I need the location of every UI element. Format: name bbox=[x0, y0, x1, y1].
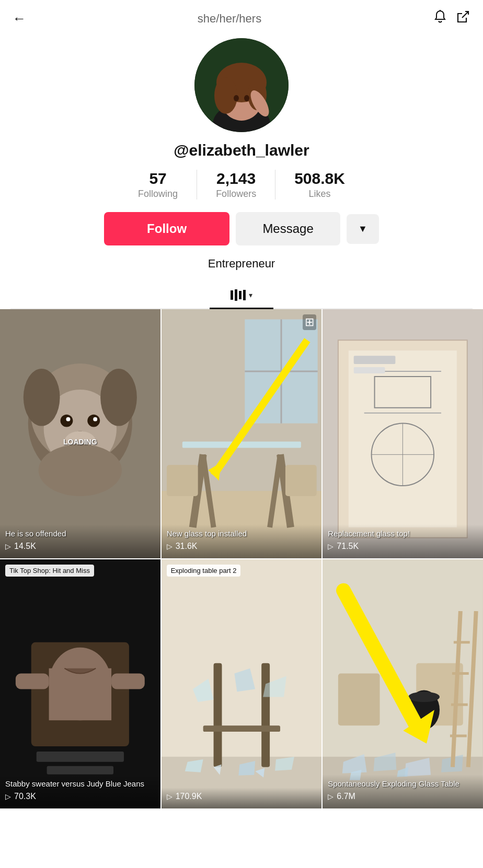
video-thumb-4[interactable]: Tik Top Shop: Hit and Miss Stabby sweate… bbox=[0, 559, 160, 808]
profile-section: @elizabeth_lawler 57 Following 2,143 Fol… bbox=[0, 33, 483, 309]
video-thumb-3[interactable]: Replacement glass top! ▷ 71.5K bbox=[323, 309, 483, 558]
following-stat[interactable]: 57 Following bbox=[119, 170, 197, 200]
tab-chevron-icon: ▾ bbox=[249, 291, 252, 299]
play-icon-1: ▷ bbox=[5, 542, 11, 550]
svg-rect-56 bbox=[111, 674, 145, 689]
share-icon bbox=[456, 9, 470, 24]
action-buttons: Follow Message ▼ bbox=[104, 212, 379, 245]
video-overlay-4: Stabby sweater versus Judy Blue Jeans ▷ … bbox=[0, 775, 160, 809]
play-icon-6: ▷ bbox=[328, 792, 334, 801]
svg-point-22 bbox=[93, 417, 97, 421]
svg-point-20 bbox=[87, 415, 100, 427]
views-count-1: 14.5K bbox=[14, 542, 36, 551]
svg-rect-61 bbox=[213, 663, 222, 767]
views-count-3: 71.5K bbox=[337, 542, 359, 551]
likes-label: Likes bbox=[309, 189, 331, 200]
video-views-2: ▷ 31.6K bbox=[167, 542, 317, 551]
username: @elizabeth_lawler bbox=[174, 142, 309, 159]
likes-stat[interactable]: 508.8K Likes bbox=[275, 170, 364, 200]
spont-thumbnail bbox=[323, 559, 483, 808]
video-views-4: ▷ 70.3K bbox=[5, 792, 155, 801]
video-badge-5: Exploding table part 2 bbox=[167, 565, 241, 577]
play-icon-3: ▷ bbox=[328, 542, 334, 550]
svg-rect-54 bbox=[49, 668, 111, 721]
video-caption-1: He is so offended bbox=[5, 529, 155, 539]
video-badge-4: Tik Top Shop: Hit and Miss bbox=[5, 565, 94, 577]
tab-videos[interactable]: ▾ bbox=[210, 282, 273, 308]
exploding-thumbnail bbox=[162, 559, 322, 808]
video-grid-container: LOADING He is so offended ▷ 14.5K bbox=[0, 309, 483, 808]
video-overlay-3: Replacement glass top! ▷ 71.5K bbox=[323, 524, 483, 559]
video-caption-4: Stabby sweater versus Judy Blue Jeans bbox=[5, 779, 155, 789]
avatar-image bbox=[194, 38, 289, 132]
following-label: Following bbox=[138, 189, 178, 200]
views-count-5: 170.9K bbox=[176, 792, 202, 801]
video-thumb-1[interactable]: LOADING He is so offended ▷ 14.5K bbox=[0, 309, 160, 558]
following-count: 57 bbox=[149, 170, 166, 187]
video-thumb-6[interactable]: Spontaneously Exploding Glass Table ▷ 6.… bbox=[323, 559, 483, 808]
dropdown-arrow-icon: ▼ bbox=[358, 224, 367, 234]
video-views-3: ▷ 71.5K bbox=[328, 542, 478, 551]
more-button[interactable]: ▼ bbox=[347, 214, 379, 244]
video-thumb-5[interactable]: Exploding table part 2 ▷ 170.9K bbox=[162, 559, 322, 808]
notification-icon bbox=[433, 9, 447, 24]
back-button[interactable]: ← bbox=[13, 10, 26, 27]
svg-point-17 bbox=[24, 369, 60, 426]
video-grid: LOADING He is so offended ▷ 14.5K bbox=[0, 309, 483, 808]
svg-rect-37 bbox=[285, 465, 317, 496]
svg-point-83 bbox=[409, 691, 440, 702]
top-bar: ← she/her/hers bbox=[0, 0, 483, 33]
tikshop-thumbnail bbox=[0, 559, 160, 808]
svg-rect-55 bbox=[16, 674, 49, 689]
svg-rect-35 bbox=[182, 441, 301, 448]
video-caption-6: Spontaneously Exploding Glass Table bbox=[328, 779, 478, 789]
video-thumb-2[interactable]: ⊞ New glass top installed ▷ 31.6K bbox=[162, 309, 322, 558]
video-caption-2: New glass top installed bbox=[167, 529, 317, 539]
views-count-6: 6.7M bbox=[337, 792, 355, 801]
views-count-2: 31.6K bbox=[176, 542, 198, 551]
svg-point-8 bbox=[214, 77, 237, 114]
dog-thumbnail bbox=[0, 309, 160, 558]
follow-button[interactable]: Follow bbox=[104, 212, 229, 245]
tabs-row: ▾ bbox=[10, 282, 473, 309]
share-button[interactable] bbox=[456, 9, 470, 28]
svg-rect-50 bbox=[354, 367, 385, 373]
pronouns-text: she/her/hers bbox=[198, 12, 261, 26]
video-overlay-2: New glass top installed ▷ 31.6K bbox=[162, 524, 322, 559]
followers-label: Followers bbox=[216, 189, 256, 200]
views-count-4: 70.3K bbox=[14, 792, 36, 801]
svg-rect-75 bbox=[338, 674, 380, 726]
photo-icon-badge: ⊞ bbox=[303, 314, 316, 330]
svg-rect-63 bbox=[203, 725, 280, 732]
svg-rect-58 bbox=[47, 766, 113, 775]
svg-point-21 bbox=[66, 417, 70, 421]
grid-view-icon bbox=[231, 289, 246, 301]
loading-text: LOADING bbox=[63, 438, 97, 446]
video-views-1: ▷ 14.5K bbox=[5, 542, 155, 551]
followers-stat[interactable]: 2,143 Followers bbox=[197, 170, 275, 200]
video-overlay-5: ▷ 170.9K bbox=[162, 788, 322, 808]
svg-rect-57 bbox=[37, 752, 124, 762]
stats-row: 57 Following 2,143 Followers 508.8K Like… bbox=[119, 170, 364, 200]
play-icon-2: ▷ bbox=[167, 542, 172, 550]
svg-rect-49 bbox=[354, 356, 396, 364]
svg-line-1 bbox=[462, 11, 468, 18]
avatar bbox=[194, 38, 289, 132]
video-overlay-6: Spontaneously Exploding Glass Table ▷ 6.… bbox=[323, 775, 483, 809]
svg-point-10 bbox=[234, 95, 239, 101]
replacement-thumbnail bbox=[323, 309, 483, 558]
play-icon-4: ▷ bbox=[5, 792, 11, 801]
notification-button[interactable] bbox=[433, 9, 447, 28]
followers-count: 2,143 bbox=[216, 170, 256, 187]
svg-rect-62 bbox=[261, 663, 270, 767]
svg-point-25 bbox=[39, 444, 122, 496]
video-views-5: ▷ 170.9K bbox=[167, 792, 317, 801]
video-views-6: ▷ 6.7M bbox=[328, 792, 478, 801]
bio-text: Entrepreneur bbox=[208, 257, 275, 271]
svg-point-19 bbox=[60, 415, 73, 427]
message-button[interactable]: Message bbox=[236, 212, 340, 245]
top-bar-actions bbox=[433, 9, 470, 28]
svg-point-18 bbox=[100, 369, 137, 426]
svg-rect-36 bbox=[167, 465, 198, 496]
svg-point-11 bbox=[244, 95, 249, 101]
